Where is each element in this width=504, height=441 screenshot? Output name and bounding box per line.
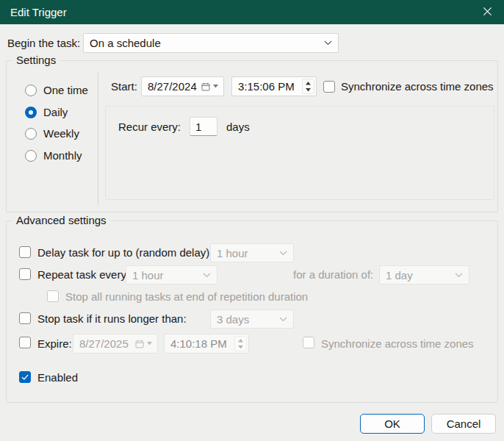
title-bar: Edit Trigger — [0, 0, 504, 24]
repeat-interval-value: 1 hour — [126, 269, 203, 282]
stop-all-tasks-checkbox[interactable] — [47, 290, 59, 302]
enabled-checkbox[interactable] — [19, 371, 31, 383]
calendar-icon — [135, 340, 157, 348]
stop-task-label: Stop task if it runs longer than: — [37, 309, 187, 329]
begin-task-select[interactable]: On a schedule — [83, 33, 339, 53]
chevron-down-icon — [279, 251, 293, 256]
radio-one-time-label: One time — [43, 84, 88, 96]
recur-label: Recur every: — [118, 121, 181, 133]
radio-weekly-label: Weekly — [43, 127, 79, 140]
delay-checkbox[interactable] — [19, 246, 31, 258]
stop-task-checkbox[interactable] — [19, 312, 31, 324]
start-date-picker[interactable]: 8/27/2024 — [141, 76, 224, 96]
vertical-divider — [98, 73, 98, 205]
recur-input[interactable] — [190, 117, 217, 136]
expire-sync-label: Synchronize across time zones — [321, 334, 474, 354]
cancel-button[interactable]: Cancel — [431, 414, 496, 434]
settings-group: Settings One time Daily Weekly Monthly S… — [6, 60, 498, 212]
daily-options-panel: Recur every: days — [105, 106, 494, 200]
close-button[interactable] — [470, 0, 504, 24]
delay-select[interactable]: 1 hour — [210, 243, 294, 262]
expire-date-value: 8/27/2025 — [73, 337, 135, 350]
repeat-checkbox[interactable] — [19, 268, 31, 280]
radio-monthly[interactable]: Monthly — [25, 149, 82, 162]
start-time-value: 3:15:06 PM — [232, 80, 302, 93]
stop-task-select[interactable]: 3 days — [210, 309, 294, 329]
chevron-down-icon — [455, 273, 469, 278]
radio-icon — [25, 150, 37, 162]
advanced-settings-legend: Advanced settings — [12, 213, 110, 228]
edit-trigger-dialog: Edit Trigger Begin the task: On a schedu… — [0, 0, 504, 441]
enabled-label: Enabled — [37, 368, 78, 387]
window-title: Edit Trigger — [0, 6, 67, 18]
check-icon — [21, 371, 29, 384]
stop-task-value: 3 days — [211, 313, 279, 326]
radio-daily[interactable]: Daily — [25, 106, 68, 118]
duration-select[interactable]: 1 day — [379, 265, 469, 284]
ok-button[interactable]: OK — [360, 414, 425, 434]
duration-label: for a duration of: — [293, 265, 373, 284]
radio-one-time[interactable]: One time — [25, 84, 88, 96]
stop-all-tasks-label: Stop all running tasks at end of repetit… — [65, 287, 308, 306]
expire-checkbox[interactable] — [19, 337, 31, 348]
expire-time-spinner[interactable]: 4:10:18 PM — [164, 334, 249, 354]
begin-task-value: On a schedule — [84, 37, 324, 49]
radio-selected-icon — [25, 107, 37, 118]
radio-monthly-label: Monthly — [43, 149, 82, 162]
expire-label: Expire: — [37, 334, 72, 354]
expire-sync-checkbox[interactable] — [303, 337, 314, 348]
sync-timezones-checkbox-row[interactable]: Synchronize across time zones — [323, 76, 494, 96]
radio-icon — [25, 128, 37, 140]
settings-legend: Settings — [12, 53, 60, 68]
radio-daily-label: Daily — [43, 106, 68, 118]
chevron-down-icon — [324, 40, 338, 46]
expire-time-value: 4:10:18 PM — [165, 337, 234, 350]
chevron-down-icon — [279, 317, 293, 322]
expire-date-picker[interactable]: 8/27/2025 — [73, 334, 158, 354]
calendar-icon — [201, 82, 223, 91]
begin-task-label: Begin the task: — [7, 33, 80, 53]
repeat-interval-select[interactable]: 1 hour — [126, 265, 217, 284]
duration-value: 1 day — [380, 269, 455, 282]
recur-row: Recur every: days — [118, 117, 250, 136]
checkbox-icon — [323, 81, 335, 93]
spinner-up-down-icon[interactable] — [234, 336, 247, 351]
chevron-down-icon — [203, 273, 217, 278]
delay-label: Delay task for up to (random delay): — [37, 243, 212, 262]
start-time-spinner[interactable]: 3:15:06 PM — [231, 76, 317, 96]
radio-weekly[interactable]: Weekly — [25, 127, 79, 140]
advanced-settings-group: Advanced settings Delay task for up to (… — [6, 220, 498, 403]
sync-timezones-label: Synchronize across time zones — [341, 80, 494, 93]
radio-icon — [25, 85, 37, 96]
close-icon — [483, 6, 492, 18]
start-date-value: 8/27/2024 — [142, 80, 201, 93]
repeat-label: Repeat task every: — [37, 265, 129, 284]
recur-unit-label: days — [226, 121, 250, 133]
spinner-up-down-icon[interactable] — [302, 79, 314, 94]
start-label: Start: — [111, 76, 137, 96]
delay-value: 1 hour — [211, 247, 279, 259]
